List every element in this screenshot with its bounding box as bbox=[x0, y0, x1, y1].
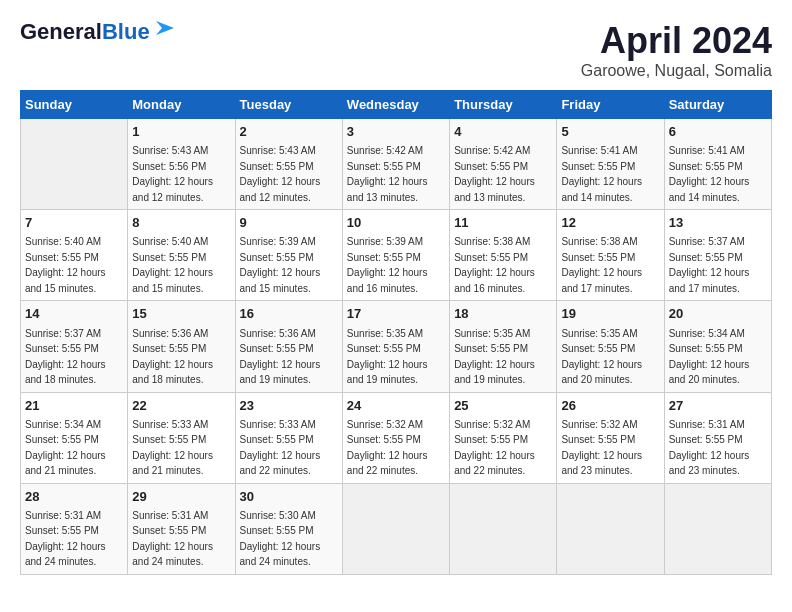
page-header: GeneralBlue April 2024 Garoowe, Nugaal, … bbox=[20, 20, 772, 80]
day-number: 15 bbox=[132, 305, 230, 323]
calendar-day-cell: 2Sunrise: 5:43 AM Sunset: 5:55 PM Daylig… bbox=[235, 119, 342, 210]
day-info: Sunrise: 5:35 AM Sunset: 5:55 PM Dayligh… bbox=[454, 328, 535, 386]
day-info: Sunrise: 5:36 AM Sunset: 5:55 PM Dayligh… bbox=[132, 328, 213, 386]
day-number: 12 bbox=[561, 214, 659, 232]
day-info: Sunrise: 5:33 AM Sunset: 5:55 PM Dayligh… bbox=[132, 419, 213, 477]
svg-marker-0 bbox=[156, 21, 174, 35]
calendar-week-row: 7Sunrise: 5:40 AM Sunset: 5:55 PM Daylig… bbox=[21, 210, 772, 301]
calendar-day-cell: 12Sunrise: 5:38 AM Sunset: 5:55 PM Dayli… bbox=[557, 210, 664, 301]
calendar-day-cell: 11Sunrise: 5:38 AM Sunset: 5:55 PM Dayli… bbox=[450, 210, 557, 301]
calendar-day-cell: 14Sunrise: 5:37 AM Sunset: 5:55 PM Dayli… bbox=[21, 301, 128, 392]
calendar-day-cell bbox=[342, 483, 449, 574]
calendar-day-cell: 28Sunrise: 5:31 AM Sunset: 5:55 PM Dayli… bbox=[21, 483, 128, 574]
calendar-day-cell: 5Sunrise: 5:41 AM Sunset: 5:55 PM Daylig… bbox=[557, 119, 664, 210]
calendar-day-cell: 25Sunrise: 5:32 AM Sunset: 5:55 PM Dayli… bbox=[450, 392, 557, 483]
day-info: Sunrise: 5:32 AM Sunset: 5:55 PM Dayligh… bbox=[454, 419, 535, 477]
day-number: 24 bbox=[347, 397, 445, 415]
day-info: Sunrise: 5:36 AM Sunset: 5:55 PM Dayligh… bbox=[240, 328, 321, 386]
day-number: 27 bbox=[669, 397, 767, 415]
day-number: 4 bbox=[454, 123, 552, 141]
day-info: Sunrise: 5:31 AM Sunset: 5:55 PM Dayligh… bbox=[669, 419, 750, 477]
day-number: 28 bbox=[25, 488, 123, 506]
day-info: Sunrise: 5:42 AM Sunset: 5:55 PM Dayligh… bbox=[347, 145, 428, 203]
calendar-day-cell: 26Sunrise: 5:32 AM Sunset: 5:55 PM Dayli… bbox=[557, 392, 664, 483]
calendar-day-cell: 23Sunrise: 5:33 AM Sunset: 5:55 PM Dayli… bbox=[235, 392, 342, 483]
day-info: Sunrise: 5:40 AM Sunset: 5:55 PM Dayligh… bbox=[132, 236, 213, 294]
day-number: 8 bbox=[132, 214, 230, 232]
weekday-header: Friday bbox=[557, 91, 664, 119]
day-info: Sunrise: 5:43 AM Sunset: 5:56 PM Dayligh… bbox=[132, 145, 213, 203]
weekday-header: Thursday bbox=[450, 91, 557, 119]
day-info: Sunrise: 5:37 AM Sunset: 5:55 PM Dayligh… bbox=[669, 236, 750, 294]
day-number: 17 bbox=[347, 305, 445, 323]
day-info: Sunrise: 5:39 AM Sunset: 5:55 PM Dayligh… bbox=[240, 236, 321, 294]
day-number: 26 bbox=[561, 397, 659, 415]
day-info: Sunrise: 5:34 AM Sunset: 5:55 PM Dayligh… bbox=[25, 419, 106, 477]
calendar-day-cell: 17Sunrise: 5:35 AM Sunset: 5:55 PM Dayli… bbox=[342, 301, 449, 392]
calendar-table: SundayMondayTuesdayWednesdayThursdayFrid… bbox=[20, 90, 772, 575]
day-info: Sunrise: 5:39 AM Sunset: 5:55 PM Dayligh… bbox=[347, 236, 428, 294]
calendar-day-cell: 15Sunrise: 5:36 AM Sunset: 5:55 PM Dayli… bbox=[128, 301, 235, 392]
calendar-day-cell: 4Sunrise: 5:42 AM Sunset: 5:55 PM Daylig… bbox=[450, 119, 557, 210]
weekday-header: Sunday bbox=[21, 91, 128, 119]
day-info: Sunrise: 5:35 AM Sunset: 5:55 PM Dayligh… bbox=[347, 328, 428, 386]
calendar-day-cell: 3Sunrise: 5:42 AM Sunset: 5:55 PM Daylig… bbox=[342, 119, 449, 210]
weekday-header: Saturday bbox=[664, 91, 771, 119]
day-number: 10 bbox=[347, 214, 445, 232]
title-section: April 2024 Garoowe, Nugaal, Somalia bbox=[581, 20, 772, 80]
calendar-header-row: SundayMondayTuesdayWednesdayThursdayFrid… bbox=[21, 91, 772, 119]
day-number: 6 bbox=[669, 123, 767, 141]
calendar-day-cell: 7Sunrise: 5:40 AM Sunset: 5:55 PM Daylig… bbox=[21, 210, 128, 301]
day-number: 21 bbox=[25, 397, 123, 415]
day-number: 30 bbox=[240, 488, 338, 506]
calendar-day-cell: 21Sunrise: 5:34 AM Sunset: 5:55 PM Dayli… bbox=[21, 392, 128, 483]
day-number: 18 bbox=[454, 305, 552, 323]
calendar-week-row: 14Sunrise: 5:37 AM Sunset: 5:55 PM Dayli… bbox=[21, 301, 772, 392]
calendar-day-cell: 13Sunrise: 5:37 AM Sunset: 5:55 PM Dayli… bbox=[664, 210, 771, 301]
calendar-day-cell: 10Sunrise: 5:39 AM Sunset: 5:55 PM Dayli… bbox=[342, 210, 449, 301]
calendar-day-cell: 19Sunrise: 5:35 AM Sunset: 5:55 PM Dayli… bbox=[557, 301, 664, 392]
day-info: Sunrise: 5:38 AM Sunset: 5:55 PM Dayligh… bbox=[454, 236, 535, 294]
calendar-day-cell bbox=[450, 483, 557, 574]
day-number: 11 bbox=[454, 214, 552, 232]
day-number: 2 bbox=[240, 123, 338, 141]
day-number: 13 bbox=[669, 214, 767, 232]
day-number: 22 bbox=[132, 397, 230, 415]
day-info: Sunrise: 5:42 AM Sunset: 5:55 PM Dayligh… bbox=[454, 145, 535, 203]
day-number: 23 bbox=[240, 397, 338, 415]
calendar-day-cell: 24Sunrise: 5:32 AM Sunset: 5:55 PM Dayli… bbox=[342, 392, 449, 483]
day-number: 29 bbox=[132, 488, 230, 506]
day-number: 3 bbox=[347, 123, 445, 141]
calendar-day-cell bbox=[21, 119, 128, 210]
day-number: 20 bbox=[669, 305, 767, 323]
day-info: Sunrise: 5:33 AM Sunset: 5:55 PM Dayligh… bbox=[240, 419, 321, 477]
day-info: Sunrise: 5:31 AM Sunset: 5:55 PM Dayligh… bbox=[25, 510, 106, 568]
day-info: Sunrise: 5:35 AM Sunset: 5:55 PM Dayligh… bbox=[561, 328, 642, 386]
day-number: 7 bbox=[25, 214, 123, 232]
day-number: 25 bbox=[454, 397, 552, 415]
weekday-header: Monday bbox=[128, 91, 235, 119]
day-number: 19 bbox=[561, 305, 659, 323]
day-number: 9 bbox=[240, 214, 338, 232]
logo-icon bbox=[154, 17, 176, 43]
calendar-day-cell: 22Sunrise: 5:33 AM Sunset: 5:55 PM Dayli… bbox=[128, 392, 235, 483]
day-info: Sunrise: 5:30 AM Sunset: 5:55 PM Dayligh… bbox=[240, 510, 321, 568]
day-number: 1 bbox=[132, 123, 230, 141]
day-info: Sunrise: 5:37 AM Sunset: 5:55 PM Dayligh… bbox=[25, 328, 106, 386]
day-info: Sunrise: 5:40 AM Sunset: 5:55 PM Dayligh… bbox=[25, 236, 106, 294]
calendar-week-row: 21Sunrise: 5:34 AM Sunset: 5:55 PM Dayli… bbox=[21, 392, 772, 483]
day-info: Sunrise: 5:32 AM Sunset: 5:55 PM Dayligh… bbox=[561, 419, 642, 477]
calendar-day-cell: 8Sunrise: 5:40 AM Sunset: 5:55 PM Daylig… bbox=[128, 210, 235, 301]
calendar-day-cell: 9Sunrise: 5:39 AM Sunset: 5:55 PM Daylig… bbox=[235, 210, 342, 301]
day-info: Sunrise: 5:32 AM Sunset: 5:55 PM Dayligh… bbox=[347, 419, 428, 477]
weekday-header: Tuesday bbox=[235, 91, 342, 119]
logo: GeneralBlue bbox=[20, 20, 176, 44]
calendar-day-cell: 16Sunrise: 5:36 AM Sunset: 5:55 PM Dayli… bbox=[235, 301, 342, 392]
calendar-day-cell: 18Sunrise: 5:35 AM Sunset: 5:55 PM Dayli… bbox=[450, 301, 557, 392]
calendar-day-cell bbox=[664, 483, 771, 574]
calendar-day-cell bbox=[557, 483, 664, 574]
day-info: Sunrise: 5:43 AM Sunset: 5:55 PM Dayligh… bbox=[240, 145, 321, 203]
day-info: Sunrise: 5:31 AM Sunset: 5:55 PM Dayligh… bbox=[132, 510, 213, 568]
day-info: Sunrise: 5:41 AM Sunset: 5:55 PM Dayligh… bbox=[669, 145, 750, 203]
location: Garoowe, Nugaal, Somalia bbox=[581, 62, 772, 80]
